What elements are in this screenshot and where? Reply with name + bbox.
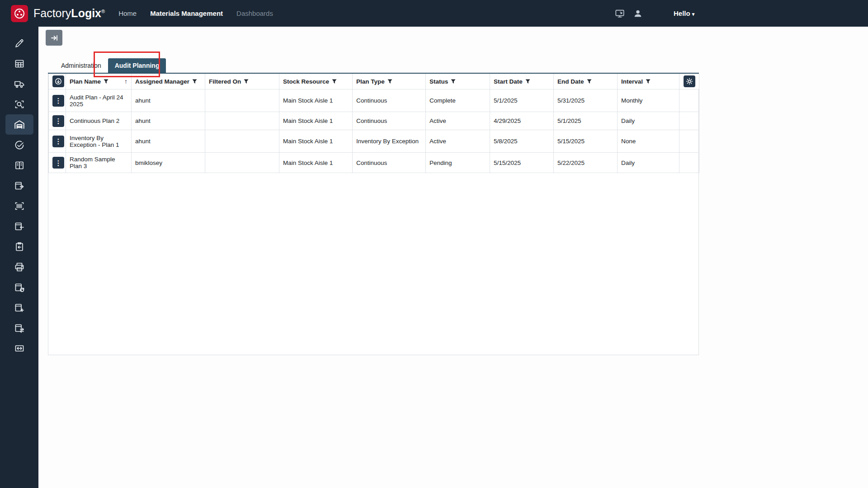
row-actions-cell: ⋮ <box>49 89 66 112</box>
cell-plan-name: Inventory By Exception - Plan 1 <box>66 130 132 153</box>
header-end-date[interactable]: End Date <box>554 74 618 89</box>
sidebar-item-delivery[interactable] <box>5 74 33 94</box>
cell-status: Complete <box>426 89 490 112</box>
user-menu[interactable]: Hello▾ <box>674 9 694 17</box>
cell-plan-type: Inventory By Exception <box>353 130 426 153</box>
header-assigned-manager[interactable]: Assigned Manager <box>132 74 205 89</box>
row-menu-button[interactable]: ⋮ <box>52 136 64 147</box>
nav-materials-management[interactable]: Materials Management <box>150 9 223 17</box>
cell-stock-resource: Main Stock Aisle 1 <box>279 153 353 173</box>
filter-icon[interactable] <box>192 79 197 84</box>
cell-filtered-on <box>205 112 279 130</box>
factorylogix-logo[interactable] <box>11 5 28 22</box>
header-plan-type[interactable]: Plan Type <box>353 74 426 89</box>
tab-strip: Administration Audit Planning <box>48 58 699 73</box>
warehouse-icon <box>14 119 25 131</box>
cell-interval: Monthly <box>618 89 679 112</box>
header-plan-name[interactable]: Plan Name↑ <box>66 74 132 89</box>
cell-status: Pending <box>426 153 490 173</box>
header-interval[interactable]: Interval <box>618 74 679 89</box>
column-settings-button[interactable] <box>684 75 695 87</box>
cell-end-date: 5/1/2025 <box>554 112 618 130</box>
user-button[interactable] <box>632 8 644 19</box>
cell-stock-resource: Main Stock Aisle 1 <box>279 130 353 153</box>
table-row[interactable]: ⋮ Inventory By Exception - Plan 1 ahunt … <box>49 130 699 153</box>
filter-icon[interactable] <box>587 79 592 84</box>
nav-home[interactable]: Home <box>118 9 137 17</box>
sort-asc-icon: ↑ <box>124 78 127 85</box>
filter-icon[interactable] <box>525 79 530 84</box>
filter-icon[interactable] <box>387 79 392 84</box>
header-stock-resource[interactable]: Stock Resource <box>279 74 353 89</box>
sidebar-item-clipboard-return[interactable] <box>5 236 33 257</box>
sidebar-item-audit-check[interactable] <box>5 135 33 155</box>
cell-start-date: 4/29/2025 <box>490 112 554 130</box>
cell-start-date: 5/15/2025 <box>490 153 554 173</box>
sidebar-item-table-resize[interactable] <box>5 338 33 358</box>
cell-assigned-manager: ahunt <box>132 112 205 130</box>
row-actions-cell: ⋮ <box>49 153 66 173</box>
header-start-date[interactable]: Start Date <box>490 74 554 89</box>
sidebar-item-table-transfer[interactable] <box>5 318 33 338</box>
sidebar-item-edit[interactable] <box>5 33 33 53</box>
row-menu-button[interactable]: ⋮ <box>52 95 64 107</box>
table-grid-icon <box>14 58 25 69</box>
gear-icon <box>686 78 693 85</box>
sidebar-item-table-import[interactable] <box>5 216 33 236</box>
display-button[interactable] <box>614 8 626 19</box>
nav-dashboards[interactable]: Dashboards <box>236 9 273 17</box>
sidebar-item-scan-search[interactable] <box>5 94 33 114</box>
table-row[interactable]: ⋮ Continuous Plan 2 ahunt Main Stock Ais… <box>49 112 699 130</box>
row-menu-icon: ⋮ <box>55 160 62 166</box>
tab-administration[interactable]: Administration <box>54 58 108 73</box>
tab-audit-planning[interactable]: Audit Planning <box>108 58 166 73</box>
audit-planning-panel: Administration Audit Planning <box>48 58 699 355</box>
cell-assigned-manager: ahunt <box>132 130 205 153</box>
cell-start-date: 5/1/2025 <box>490 89 554 112</box>
table-row[interactable]: ⋮ Audit Plan - April 24 2025 ahunt Main … <box>49 89 699 112</box>
row-menu-button[interactable]: ⋮ <box>52 115 64 127</box>
row-actions-cell: ⋮ <box>49 112 66 130</box>
sidebar-item-table-add[interactable] <box>5 297 33 318</box>
row-menu-icon: ⋮ <box>55 97 62 104</box>
table-header-row: Plan Name↑ Assigned Manager Filtered On … <box>49 74 699 89</box>
table-row[interactable]: ⋮ Random Sample Plan 3 bmiklosey Main St… <box>49 153 699 173</box>
sidebar-item-printer[interactable] <box>5 257 33 277</box>
row-menu-button[interactable]: ⋮ <box>52 157 64 169</box>
audit-plans-table: Plan Name↑ Assigned Manager Filtered On … <box>48 74 699 173</box>
cell-filtered-on <box>205 153 279 173</box>
sidebar-item-documents[interactable] <box>5 155 33 175</box>
cell-plan-name: Audit Plan - April 24 2025 <box>66 89 132 112</box>
cell-settings-spacer <box>679 153 699 173</box>
sidebar-item-warehouse[interactable] <box>5 114 33 135</box>
cell-end-date: 5/22/2025 <box>554 153 618 173</box>
cell-end-date: 5/15/2025 <box>554 130 618 153</box>
header-status[interactable]: Status <box>426 74 490 89</box>
filter-icon[interactable] <box>104 79 108 84</box>
sidebar-item-table-refresh[interactable] <box>5 277 33 297</box>
table-transfer-icon <box>14 323 25 333</box>
row-menu-icon: ⋮ <box>55 138 62 145</box>
cell-stock-resource: Main Stock Aisle 1 <box>279 89 353 112</box>
header-filtered-on[interactable]: Filtered On <box>205 74 279 89</box>
filter-icon[interactable] <box>244 79 249 84</box>
collapse-panel-button[interactable] <box>46 30 62 46</box>
audit-plans-table-container: Plan Name↑ Assigned Manager Filtered On … <box>48 74 699 355</box>
row-actions-cell: ⋮ <box>49 130 66 153</box>
filter-icon[interactable] <box>646 79 651 84</box>
cell-assigned-manager: bmiklosey <box>132 153 205 173</box>
expand-all-header-cell <box>49 74 66 89</box>
cell-settings-spacer <box>679 89 699 112</box>
filter-icon[interactable] <box>332 79 337 84</box>
filter-icon[interactable] <box>451 79 456 84</box>
sidebar-item-table-grid[interactable] <box>5 53 33 74</box>
sidebar-item-barcode[interactable] <box>5 196 33 216</box>
expand-all-button[interactable] <box>52 75 64 87</box>
table-import-icon <box>14 221 25 232</box>
cell-end-date: 5/31/2025 <box>554 89 618 112</box>
cell-filtered-on <box>205 89 279 112</box>
display-icon <box>615 9 625 19</box>
user-icon <box>633 9 643 19</box>
cell-interval: Daily <box>618 153 679 173</box>
sidebar-item-table-export[interactable] <box>5 175 33 196</box>
